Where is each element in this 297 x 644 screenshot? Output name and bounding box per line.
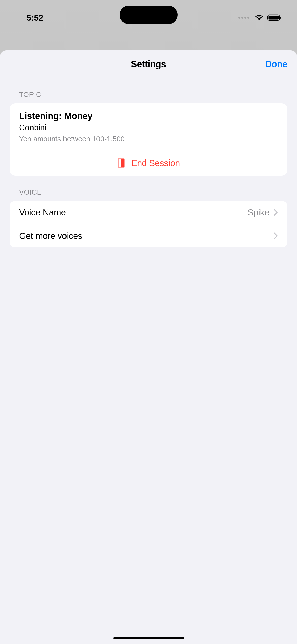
page-title: Settings: [131, 59, 166, 70]
svg-rect-1: [269, 16, 279, 20]
chevron-right-icon: [273, 232, 278, 240]
home-indicator[interactable]: [113, 637, 184, 639]
voice-section-header: VOICE: [19, 188, 287, 196]
topic-info: Listening: Money Conbini Yen amounts bet…: [10, 103, 287, 150]
dynamic-island: [120, 6, 178, 24]
sheet-header: Settings Done: [0, 50, 297, 78]
topic-subtitle: Conbini: [19, 123, 278, 132]
battery-icon: [267, 14, 282, 21]
voice-name-label: Voice Name: [19, 207, 248, 217]
end-session-label: End Session: [131, 158, 180, 168]
chevron-right-icon: [273, 209, 278, 216]
wifi-icon: [255, 14, 264, 21]
status-indicators: [238, 14, 282, 21]
voice-name-value: Spike: [248, 207, 269, 217]
get-more-voices-row[interactable]: Get more voices: [10, 224, 287, 247]
status-bar: 5:52: [0, 0, 297, 30]
topic-title: Listening: Money: [19, 111, 278, 121]
topic-section-header: TOPIC: [19, 91, 287, 99]
pagination-dots-icon: [238, 17, 249, 19]
settings-sheet: Settings Done TOPIC Listening: Money Con…: [0, 50, 297, 644]
end-session-button[interactable]: End Session: [10, 150, 287, 176]
topic-description: Yen amounts between 100-1,500: [19, 135, 278, 143]
get-more-voices-label: Get more voices: [19, 231, 273, 241]
topic-card: Listening: Money Conbini Yen amounts bet…: [10, 103, 287, 176]
done-button[interactable]: Done: [265, 59, 287, 70]
exit-door-icon: [117, 158, 125, 168]
voice-card: Voice Name Spike Get more voices: [10, 201, 287, 247]
voice-name-row[interactable]: Voice Name Spike: [10, 201, 287, 224]
status-time: 5:52: [26, 13, 43, 23]
svg-rect-2: [280, 17, 281, 19]
